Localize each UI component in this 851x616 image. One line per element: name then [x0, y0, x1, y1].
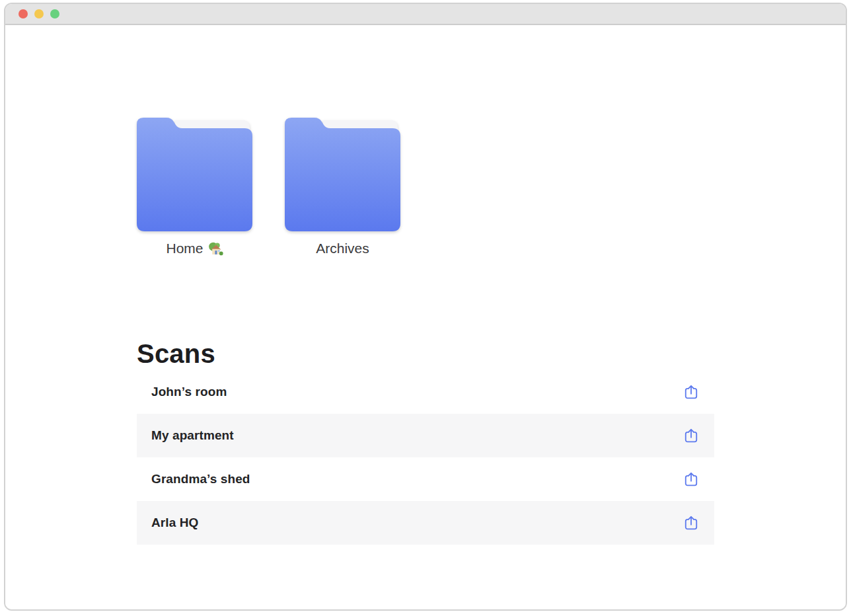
share-icon — [683, 383, 700, 401]
scan-row[interactable]: My apartment — [137, 414, 714, 457]
folder-icon — [285, 118, 400, 231]
scan-name: My apartment — [151, 428, 234, 443]
share-button[interactable] — [683, 383, 700, 401]
close-button[interactable] — [18, 9, 28, 19]
scan-list: John’s room My apartment Grandma’s shed — [137, 370, 714, 545]
scan-row[interactable]: Grandma’s shed — [137, 457, 714, 501]
folder-icon — [137, 118, 252, 231]
minimize-button[interactable] — [34, 9, 44, 19]
share-icon — [683, 427, 700, 444]
folder-home[interactable]: Home — [137, 118, 252, 256]
scan-name: Arla HQ — [151, 516, 198, 530]
folder-archives[interactable]: Archives — [285, 118, 400, 256]
share-button[interactable] — [683, 427, 700, 444]
house-garden-emoji — [208, 241, 223, 256]
folder-grid: Home Archives — [137, 118, 400, 256]
folder-label: Archives — [285, 241, 400, 256]
scan-row[interactable]: Arla HQ — [137, 501, 714, 545]
scans-heading: Scans — [137, 339, 215, 368]
folder-label-text: Home — [166, 241, 203, 256]
folder-label: Home — [137, 241, 252, 256]
scan-name: Grandma’s shed — [151, 472, 250, 486]
scan-name: John’s room — [151, 385, 227, 399]
share-button[interactable] — [683, 514, 700, 531]
window-titlebar — [5, 4, 846, 25]
scan-row[interactable]: John’s room — [137, 370, 714, 414]
zoom-button[interactable] — [50, 9, 59, 19]
share-icon — [683, 514, 700, 531]
folder-label-text: Archives — [316, 241, 369, 256]
app-window: Home Archives — [4, 3, 847, 611]
share-icon — [683, 471, 700, 488]
share-button[interactable] — [683, 471, 700, 488]
window-content: Home Archives — [5, 25, 846, 609]
